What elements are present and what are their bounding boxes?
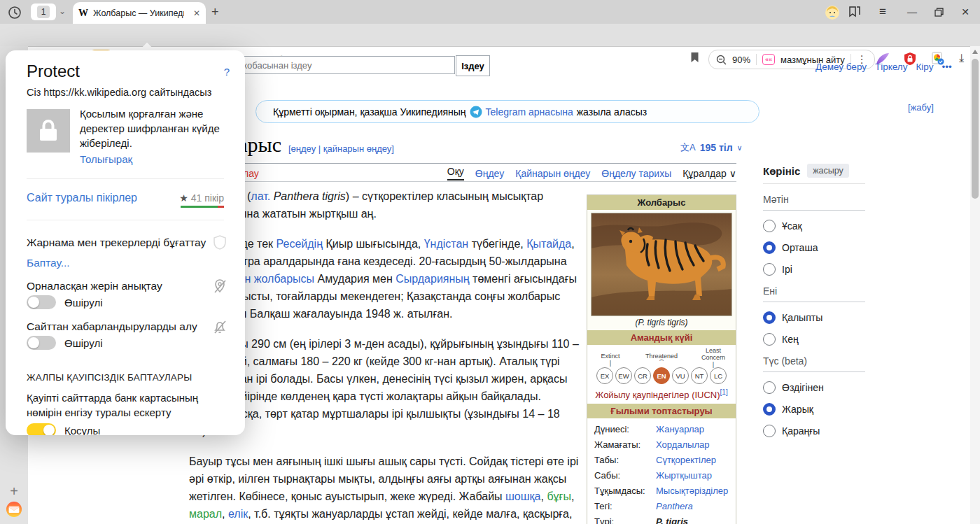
appearance-option-Кең[interactable]: Кең xyxy=(763,333,865,346)
iucn-code-VU: VU xyxy=(672,367,689,384)
article-link[interactable]: Ресейдің xyxy=(276,238,323,250)
view-tab-Құралдар ∨[interactable]: Құралдар ∨ xyxy=(682,168,736,179)
taxonomy-value[interactable]: Panthera xyxy=(656,501,693,511)
article-link[interactable]: шошқа xyxy=(505,490,540,502)
language-selector[interactable]: 文А 195 тіл ∨ xyxy=(680,141,743,154)
taxonomy-table: Дүниесі:ЖануарларЖамағаты:ХордалыларТабы… xyxy=(587,418,736,524)
chevron-down-icon: ∨ xyxy=(737,143,743,153)
bank-warning-toggle[interactable] xyxy=(27,423,56,435)
taxonomy-value[interactable]: Жыртқыштар xyxy=(656,470,712,481)
view-tab-Оқу[interactable]: Оқу xyxy=(447,166,464,180)
radio-button[interactable] xyxy=(763,333,776,346)
article-link[interactable]: Сырдарияның xyxy=(396,273,470,285)
radio-button[interactable] xyxy=(763,263,776,276)
radio-button[interactable] xyxy=(763,241,776,254)
scrollbar-thumb[interactable] xyxy=(972,59,979,199)
downloads-icon[interactable]: ⤓ xyxy=(959,52,964,64)
appearance-option-Орташа[interactable]: Орташа xyxy=(763,241,865,254)
telegram-channel-link[interactable]: Telegram арнасына xyxy=(486,106,573,118)
taxonomy-label: Дүниесі: xyxy=(594,424,656,434)
wiki-header-link[interactable]: Кіру xyxy=(916,62,933,72)
details-link[interactable]: Толығырақ xyxy=(80,153,224,165)
tab-counter-button[interactable]: 1 xyxy=(31,3,56,20)
adblock-setup-link[interactable]: Баптау... xyxy=(27,257,224,269)
menu-icon[interactable]: ≡ xyxy=(875,5,890,19)
caption-text: (P. tigris tigris) xyxy=(635,318,687,327)
wiki-header-link[interactable]: Тіркелу xyxy=(875,62,908,72)
article-link[interactable]: Үндістан xyxy=(424,238,469,250)
close-window-button[interactable]: ✕ xyxy=(958,5,973,19)
tab-close-icon[interactable]: ✕ xyxy=(193,8,200,18)
restore-button[interactable] xyxy=(931,5,946,19)
tab-title: Жолбарыс — Уикипеди xyxy=(93,8,184,18)
wiki-header-link[interactable]: ••• xyxy=(941,62,951,72)
view-tab-Қайнарын өңдеу[interactable]: Қайнарын өңдеу xyxy=(515,168,590,179)
article-link[interactable]: лат. xyxy=(251,190,270,202)
reviews-count-text: 41 пікір xyxy=(191,192,224,204)
article-link[interactable]: Қытайда xyxy=(526,238,571,250)
reviews-count[interactable]: ★ 41 пікір xyxy=(179,192,224,204)
banner-close-link[interactable]: [жабу] xyxy=(908,102,934,113)
tab-list-chevron-icon[interactable]: ⌄ xyxy=(59,6,66,16)
taxonomy-value[interactable]: Хордалылар xyxy=(656,439,709,450)
option-label: Орташа xyxy=(782,242,818,253)
title-divider xyxy=(189,163,736,164)
history-icon[interactable] xyxy=(6,3,24,22)
taxonomy-label: Тегі: xyxy=(594,501,656,511)
radio-button[interactable] xyxy=(763,311,776,324)
taxonomy-row: Жамағаты:Хордалылар xyxy=(594,437,730,452)
title-edit-links[interactable]: [өңдеу | қайнарын өңдеу] xyxy=(288,143,394,154)
article-text: Panthera tigris xyxy=(274,190,346,202)
notifications-toggle[interactable] xyxy=(27,336,56,350)
radio-button[interactable] xyxy=(763,403,776,416)
wiki-search-button[interactable]: Іздеу xyxy=(456,55,490,76)
appearance-option-Қараңғы[interactable]: Қараңғы xyxy=(763,425,865,437)
appearance-hide-button[interactable]: жасыру xyxy=(807,164,849,178)
tab-bar: 1 ⌄ W Жолбарыс — Уикипеди ✕ + ≡ — ✕ xyxy=(0,0,980,24)
scrollbar-up-arrow[interactable] xyxy=(972,50,978,54)
wiki-header-link[interactable]: Демеу беру xyxy=(816,62,867,72)
article-link[interactable]: бұғы xyxy=(547,490,571,502)
taxonomy-value[interactable]: Сүтқоректілер xyxy=(656,455,716,465)
taxonomy-value[interactable]: Жануарлар xyxy=(656,424,704,434)
new-tab-button[interactable]: + xyxy=(211,5,219,20)
zoom-level[interactable]: 90% xyxy=(732,55,750,65)
appearance-option-Жарық[interactable]: Жарық xyxy=(763,403,865,416)
appearance-option-Ұсақ[interactable]: Ұсақ xyxy=(763,220,865,232)
telegram-icon xyxy=(470,106,482,118)
status-ref-link[interactable]: [1] xyxy=(720,388,728,396)
option-label: Кең xyxy=(782,334,799,345)
active-tab[interactable]: W Жолбарыс — Уикипеди ✕ xyxy=(73,2,206,24)
language-icon: 文А xyxy=(680,141,696,154)
collections-icon[interactable] xyxy=(847,5,862,19)
taxonomy-value[interactable]: Мысықтәрізділер xyxy=(656,486,728,496)
divider xyxy=(27,178,224,179)
article-text: Дене тұрқы 290 см (ең ірілері 3 м-ден ас… xyxy=(189,338,579,437)
minimize-button[interactable]: — xyxy=(904,5,920,19)
tiger-image[interactable] xyxy=(591,213,732,316)
appearance-section-label: Түс (beta) xyxy=(763,355,865,372)
location-toggle[interactable] xyxy=(27,295,56,309)
radio-button[interactable] xyxy=(763,220,776,232)
article-link[interactable]: марал xyxy=(189,508,222,520)
iucn-codes: EXEWCRENVUNTLC xyxy=(590,367,733,384)
zoom-lens-icon[interactable] xyxy=(716,55,727,65)
view-tab-Өңдеу[interactable]: Өңдеу xyxy=(475,168,504,179)
radio-button[interactable] xyxy=(763,425,776,437)
article-text: , xyxy=(571,238,574,250)
appearance-option-Ірі[interactable]: Ірі xyxy=(763,263,865,276)
profile-avatar[interactable] xyxy=(825,5,840,19)
taxonomy-value: P. tigris xyxy=(656,516,688,524)
appearance-option-Қалыпты[interactable]: Қалыпты xyxy=(763,311,865,324)
radio-button[interactable] xyxy=(763,381,776,394)
sidebar-add-icon[interactable]: + xyxy=(6,483,22,500)
yandex-mail-icon[interactable] xyxy=(6,501,22,518)
protect-site-line: Сіз https://kk.wikipedia.org сайтындасыз xyxy=(27,87,224,98)
bookmark-icon[interactable] xyxy=(690,52,699,63)
protect-help-link[interactable]: ? xyxy=(224,66,230,78)
view-tab-Өңделу тарихы[interactable]: Өңделу тарихы xyxy=(601,168,671,179)
article-link[interactable]: елік xyxy=(228,508,248,520)
taxonomy-row: Тегі:Panthera xyxy=(594,498,730,514)
iucn-label-least-concern: Least Concern| xyxy=(696,348,730,369)
appearance-option-Өздігінен[interactable]: Өздігінен xyxy=(763,381,865,394)
